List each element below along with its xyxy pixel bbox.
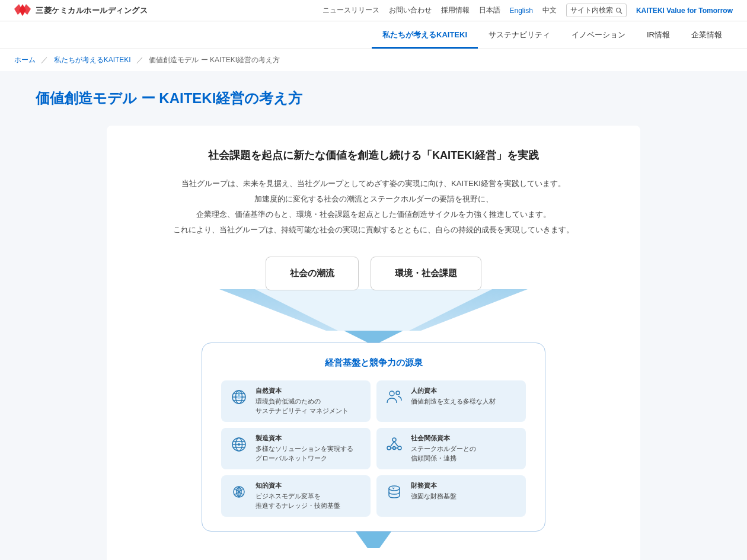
svg-line-27 <box>394 441 398 446</box>
capital-social-desc: ステークホルダーとの信頼関係・連携 <box>411 444 476 463</box>
main-nav: 私たちが考えるKAITEKI サステナビリティ イノベーション IR情報 企業情… <box>0 21 747 49</box>
breadcrumb-current: 価値創造モデル ー KAITEKI経営の考え方 <box>149 56 280 64</box>
page-content: 価値創造モデル ー KAITEKI経営の考え方 社会課題を起点に新たな価値を創造… <box>0 71 747 560</box>
capital-mfg-desc: 多様なソリューションを実現するグローバルネットワーク <box>256 444 353 463</box>
body-line-4: これにより、当社グループは、持続可能な社会の実現に貢献するとともに、自らの持続的… <box>173 225 574 234</box>
svg-marker-34 <box>356 532 391 548</box>
capital-mfg-name: 製造資本 <box>256 434 353 443</box>
svg-line-26 <box>391 441 394 446</box>
funnel-shape <box>219 289 528 331</box>
people-icon <box>384 386 405 408</box>
bottom-connector <box>344 532 403 548</box>
brain-icon <box>228 481 250 503</box>
nav-news[interactable]: ニュースリリース <box>323 5 379 15</box>
capital-fin-name: 財務資本 <box>411 481 456 490</box>
capital-social: 社会関係資本 ステークホルダーとの信頼関係・連携 <box>376 428 526 469</box>
logo: 三菱ケミカルホールディングス <box>14 4 148 17</box>
funnel-box-society: 社会の潮流 <box>266 257 359 290</box>
funnel-diagram: 社会の潮流 環境・社会課題 <box>130 257 617 548</box>
capital-grid: 自然資本 環境負荷低減のためのサステナビリティ マネジメント <box>221 380 526 517</box>
breadcrumb-kaiteki[interactable]: 私たちが考えるKAITEKI <box>54 56 131 64</box>
svg-point-25 <box>398 446 401 450</box>
coins-icon: ¥ <box>384 481 405 503</box>
top-bar: 三菱ケミカルホールディングス ニュースリリース お問い合わせ 採用情報 日本語 … <box>0 0 747 21</box>
capital-natural: 自然資本 環境負荷低減のためのサステナビリティ マネジメント <box>221 380 371 422</box>
body-line-1: 当社グループは、未来を見据え、当社グループとしてめざす姿の実現に向け、KAITE… <box>181 179 566 188</box>
funnel-box-env: 環境・社会課題 <box>371 257 481 290</box>
svg-point-15 <box>390 391 394 396</box>
search-icon <box>615 7 622 14</box>
main-section: 社会課題を起点に新たな価値を創造し続ける「KAITEKI経営」を実践 当社グルー… <box>107 126 640 560</box>
factory-icon <box>228 434 250 455</box>
nav-chinese[interactable]: 中文 <box>542 5 557 15</box>
capital-natural-desc: 環境負荷低減のためのサステナビリティ マネジメント <box>256 396 349 416</box>
nav-japanese[interactable]: 日本語 <box>479 5 500 15</box>
svg-point-16 <box>396 391 400 395</box>
body-line-3: 企業理念、価値基準のもと、環境・社会課題を起点とした価値創造サイクルを力強く推進… <box>196 210 551 219</box>
svg-point-22 <box>238 443 240 446</box>
svg-point-29 <box>393 446 396 449</box>
svg-line-4 <box>620 11 622 14</box>
network-icon <box>384 434 405 455</box>
capital-human-desc: 価値創造を支える多様な人材 <box>411 396 496 407</box>
nav-item-innovation[interactable]: イノベーション <box>561 21 636 49</box>
page-title: 価値創造モデル ー KAITEKI経営の考え方 <box>36 89 711 108</box>
body-line-2: 加速度的に変化する社会の潮流とステークホルダーの要請を視野に、 <box>254 194 493 203</box>
capital-human: 人的資本 価値創造を支える多様な人材 <box>376 380 526 422</box>
company-name: 三菱ケミカルホールディングス <box>36 5 148 16</box>
globe-icon <box>228 386 250 408</box>
section-body: 当社グループは、未来を見据え、当社グループとしてめざす姿の実現に向け、KAITE… <box>130 176 617 238</box>
svg-point-24 <box>387 446 391 450</box>
section-headline: 社会課題を起点に新たな価値を創造し続ける「KAITEKI経営」を実践 <box>130 147 617 164</box>
funnel-top-boxes: 社会の潮流 環境・社会課題 <box>266 257 481 290</box>
funnel-connector <box>344 331 403 343</box>
capital-fin-desc: 強固な財務基盤 <box>411 491 456 501</box>
nav-item-kaiteki[interactable]: 私たちが考えるKAITEKI <box>372 21 478 49</box>
capital-section-title: 経営基盤と競争力の源泉 <box>221 357 526 369</box>
svg-point-3 <box>616 8 620 12</box>
search-box[interactable]: サイト内検索 <box>566 4 627 17</box>
capital-natural-name: 自然資本 <box>256 386 349 395</box>
nav-english[interactable]: English <box>510 7 533 15</box>
capital-manufacturing: 製造資本 多様なソリューションを実現するグローバルネットワーク <box>221 428 371 469</box>
capital-intellectual: 知的資本 ビジネスモデル変革を推進するナレッジ・技術基盤 <box>221 475 371 517</box>
breadcrumb-home[interactable]: ホーム <box>14 56 36 64</box>
svg-point-23 <box>392 438 396 441</box>
nav-contact[interactable]: お問い合わせ <box>389 5 432 15</box>
capital-financial: ¥ 財務資本 強固な財務基盤 <box>376 475 526 517</box>
nav-item-ir[interactable]: IR情報 <box>636 21 681 49</box>
capital-human-name: 人的資本 <box>411 386 496 395</box>
capital-intel-name: 知的資本 <box>256 481 340 490</box>
capital-intel-desc: ビジネスモデル変革を推進するナレッジ・技術基盤 <box>256 491 340 511</box>
nav-items: 私たちが考えるKAITEKI サステナビリティ イノベーション IR情報 企業情… <box>372 21 733 49</box>
svg-marker-8 <box>344 331 403 343</box>
funnel-bottom-box: 経営基盤と競争力の源泉 <box>202 343 545 532</box>
capital-social-name: 社会関係資本 <box>411 434 476 443</box>
nav-item-company[interactable]: 企業情報 <box>681 21 733 49</box>
search-label: サイト内検索 <box>570 5 613 15</box>
top-right-nav: ニュースリリース お問い合わせ 採用情報 日本語 English 中文 サイト内… <box>323 4 733 17</box>
nav-recruit[interactable]: 採用情報 <box>441 5 470 15</box>
svg-text:¥: ¥ <box>392 487 395 490</box>
kaiteki-brand: KAITEKI Value for Tomorrow <box>636 7 733 15</box>
logo-icon <box>14 4 31 17</box>
nav-item-sustainability[interactable]: サステナビリティ <box>478 21 561 49</box>
breadcrumb: ホーム ／ 私たちが考えるKAITEKI ／ 価値創造モデル ー KAITEKI… <box>0 49 747 71</box>
